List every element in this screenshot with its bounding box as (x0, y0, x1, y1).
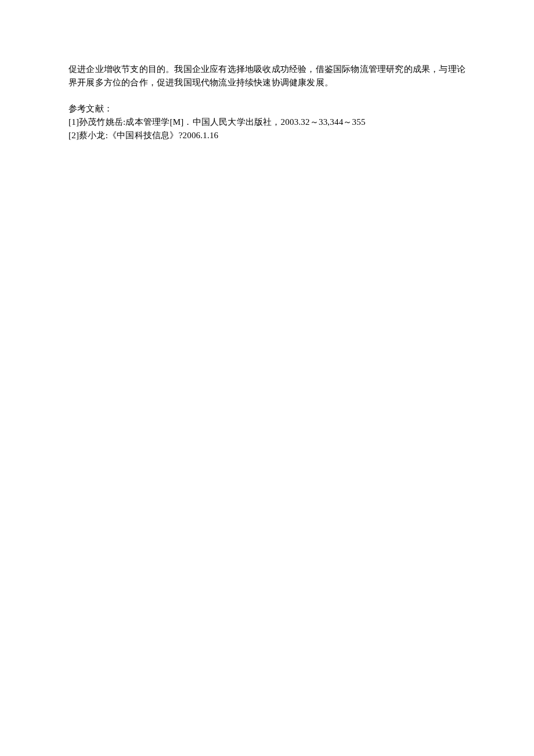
reference-item: [2]蔡小龙:《中国科技信息》?2006.1.16 (68, 129, 466, 142)
document-page: 促进企业增收节支的目的。我国企业应有选择地吸收成功经验，借鉴国际物流管理研究的成… (0, 0, 534, 142)
body-paragraph: 促进企业增收节支的目的。我国企业应有选择地吸收成功经验，借鉴国际物流管理研究的成… (68, 63, 466, 89)
reference-item: [1]孙茂竹姚岳:成本管理学[M]．中国人民大学出版社，2003.32～33,3… (68, 116, 466, 129)
references-heading: 参考文献： (68, 102, 466, 116)
